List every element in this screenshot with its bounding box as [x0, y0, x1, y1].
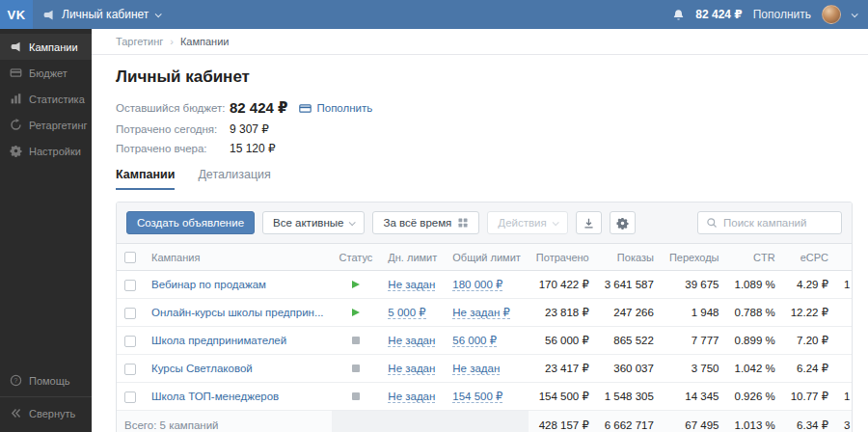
campaign-link[interactable]: Школа предпринимателей	[151, 335, 286, 346]
sidebar-item-budget[interactable]: Бюджет	[0, 60, 92, 86]
column-header-daily-limit[interactable]: Дн. лимит	[380, 244, 445, 271]
sidebar-item-label: Помощь	[29, 375, 70, 387]
megaphone-icon	[42, 9, 55, 21]
daily-limit-editable[interactable]: Не задан	[388, 335, 435, 347]
topup-action[interactable]: Пополнить	[299, 102, 372, 115]
cabinet-label: Личный кабинет	[62, 8, 149, 21]
campaign-link[interactable]: Школа ТОП-менеджеров	[151, 391, 279, 402]
row-checkbox[interactable]	[124, 392, 136, 403]
column-header-campaign[interactable]: Кампания	[144, 244, 332, 271]
total-impressions: 6 662 717	[597, 411, 662, 432]
daily-limit-editable[interactable]: 5 000 ₽	[388, 307, 425, 319]
total-spent: 428 157 ₽	[529, 411, 597, 432]
cabinet-selector[interactable]: Личный кабинет	[33, 8, 160, 21]
column-header-status[interactable]: Статус	[332, 244, 381, 271]
sidebar-item-label: Кампании	[29, 41, 78, 53]
daily-limit-editable[interactable]: Не задан	[388, 279, 435, 291]
total-limit-editable[interactable]: Не задан ₽	[452, 307, 510, 319]
chevron-down-icon[interactable]	[852, 11, 858, 17]
cell-ecpc: 10.77 ₽	[783, 383, 836, 411]
row-checkbox[interactable]	[124, 280, 136, 291]
cell-ctr: 0.926 %	[727, 383, 783, 411]
chevron-down-icon	[155, 11, 162, 17]
sidebar-item-settings[interactable]: Настройки	[0, 138, 92, 164]
sidebar-item-help[interactable]: ? Помощь	[0, 367, 92, 393]
topup-link[interactable]: Пополнить	[753, 8, 811, 21]
column-header-clicks[interactable]: Переходы	[662, 244, 727, 271]
total-limit-editable[interactable]: 154 500 ₽	[452, 391, 502, 403]
status-toggle[interactable]	[352, 337, 360, 344]
column-header-total-limit[interactable]: Общий лимит	[445, 244, 529, 271]
breadcrumb-separator: ›	[170, 36, 174, 47]
row-checkbox[interactable]	[124, 364, 136, 375]
campaign-link[interactable]: Курсы Светлаковой	[151, 363, 253, 374]
column-header-reach[interactable]: Охват	[836, 244, 853, 271]
tabs: Кампании Детализация	[116, 168, 853, 190]
campaign-link[interactable]: Онлайн-курсы школы предприн...	[151, 307, 324, 318]
content: Личный кабинет Оставшийся бюджет: 82 424…	[92, 55, 868, 432]
cell-clicks: 14 345	[662, 383, 727, 411]
column-header-impressions[interactable]: Показы	[597, 244, 662, 271]
sidebar-item-retargeting[interactable]: Ретаргетинг	[0, 112, 92, 138]
status-toggle[interactable]	[352, 364, 360, 372]
total-limit-editable[interactable]: 180 000 ₽	[452, 279, 502, 291]
total-limit-editable[interactable]: Не задан	[452, 363, 500, 375]
card-icon	[299, 102, 312, 115]
actions-dropdown[interactable]: Действия	[487, 211, 567, 234]
daily-limit-editable[interactable]: Не задан	[388, 363, 435, 375]
stat-label: Оставшийся бюджет:	[116, 102, 230, 114]
cell-ctr: 1.089 %	[727, 271, 783, 299]
page-title: Личный кабинет	[116, 68, 853, 87]
search-input[interactable]	[723, 217, 833, 229]
export-button[interactable]	[576, 211, 602, 234]
row-checkbox[interactable]	[124, 308, 136, 319]
gear-icon	[10, 145, 22, 157]
cell-ecpc: 6.24 ₽	[783, 355, 836, 383]
campaign-link[interactable]: Вебинар по продажам	[151, 279, 266, 290]
cell-clicks: 1 948	[662, 299, 727, 327]
sidebar-item-label: Ретаргетинг	[29, 120, 88, 131]
sidebar-item-statistics[interactable]: Статистика	[0, 86, 92, 112]
stop-icon	[352, 364, 360, 372]
notifications-button[interactable]	[672, 9, 685, 21]
avatar[interactable]	[822, 5, 841, 24]
column-header-ctr[interactable]: CTR	[727, 244, 783, 271]
sidebar-collapse-button[interactable]: Свернуть	[0, 400, 92, 426]
main-area: Таргетинг › Кампании Личный кабинет Оста…	[92, 29, 868, 432]
tab-campaigns[interactable]: Кампании	[116, 168, 175, 190]
cell-spent: 23 417 ₽	[529, 355, 597, 383]
breadcrumb-link-targeting[interactable]: Таргетинг	[116, 36, 163, 47]
cell-spent: 56 000 ₽	[529, 327, 597, 355]
vk-logo[interactable]: VK	[0, 0, 33, 29]
sidebar-item-campaigns[interactable]: Кампании	[0, 34, 92, 60]
tab-details[interactable]: Детализация	[198, 168, 270, 190]
svg-text:?: ?	[14, 377, 18, 384]
cell-spent: 154 500 ₽	[529, 383, 597, 411]
row-checkbox[interactable]	[124, 336, 136, 347]
sidebar: Кампании Бюджет Статистика Ретаргетинг Н…	[0, 29, 92, 432]
create-ad-button[interactable]: Создать объявление	[126, 211, 255, 234]
status-toggle[interactable]	[352, 281, 360, 288]
topup-action-label: Пополнить	[316, 102, 372, 114]
status-toggle[interactable]	[352, 392, 360, 400]
select-all-checkbox[interactable]	[124, 252, 136, 263]
cell-reach: 1 233 887	[836, 383, 853, 411]
cell-ctr: 1.042 %	[727, 355, 783, 383]
table-row: Школа ТОП-менеджеров Не задан 154 500 ₽ …	[117, 383, 853, 411]
bell-icon	[672, 9, 685, 21]
period-dropdown[interactable]: За всё время	[372, 211, 479, 234]
table-row: Школа предпринимателей Не задан 56 000 ₽…	[117, 327, 853, 355]
column-header-spent[interactable]: Потрачено	[529, 244, 597, 271]
table-settings-button[interactable]	[610, 211, 636, 234]
cell-impressions: 3 641 587	[597, 271, 662, 299]
table-row: Вебинар по продажам Не задан 180 000 ₽ 1…	[117, 271, 853, 299]
total-limit-editable[interactable]: 56 000 ₽	[452, 335, 497, 347]
budget-stats: Оставшийся бюджет: 82 424 ₽ Пополнить По…	[116, 99, 853, 155]
megaphone-icon	[10, 40, 22, 53]
status-toggle[interactable]	[352, 309, 360, 316]
calendar-grid-icon	[457, 217, 469, 229]
column-header-ecpc[interactable]: eCPC	[783, 244, 836, 271]
status-filter-dropdown[interactable]: Все активные	[262, 211, 365, 234]
daily-limit-editable[interactable]: Не задан	[388, 391, 435, 403]
stat-label: Потрачено сегодня:	[116, 123, 230, 135]
